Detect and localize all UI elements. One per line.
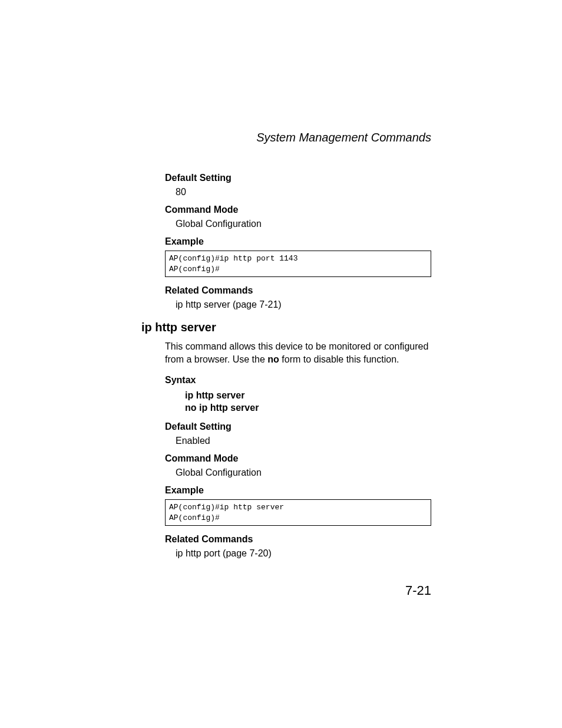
command-description: This command allows this device to be mo… (165, 340, 431, 367)
default-setting-value-2: Enabled (165, 436, 431, 446)
page-number: 7-21 (405, 583, 431, 598)
related-commands-label-1: Related Commands (165, 285, 431, 296)
desc-bold: no (267, 354, 279, 364)
default-setting-label-1: Default Setting (165, 173, 431, 183)
command-mode-label-1: Command Mode (165, 205, 431, 215)
running-header: System Management Commands (141, 131, 431, 144)
default-setting-value-1: 80 (165, 187, 431, 197)
command-mode-value-1: Global Configuration (165, 219, 431, 229)
command-mode-label-2: Command Mode (165, 453, 431, 464)
main-content: Default Setting 80 Command Mode Global C… (141, 173, 431, 559)
example-label-2: Example (165, 485, 431, 496)
section-heading-ip-http-server: ip http server (141, 321, 431, 334)
syntax-label: Syntax (165, 375, 431, 386)
default-setting-label-2: Default Setting (165, 421, 431, 432)
command-mode-value-2: Global Configuration (165, 467, 431, 478)
page-container: System Management Commands Default Setti… (0, 0, 562, 728)
syntax-line-2: no ip http server (165, 401, 431, 414)
syntax-block: ip http server no ip http server (165, 389, 431, 414)
syntax-line-1: ip http server (165, 389, 431, 402)
example-code-2: AP(config)#ip http server AP(config)# (165, 499, 431, 526)
desc-part2: form to disable this function. (279, 354, 399, 364)
example-label-1: Example (165, 236, 431, 247)
related-commands-value-2: ip http port (page 7-20) (165, 548, 431, 559)
example-code-1: AP(config)#ip http port 1143 AP(config)# (165, 251, 431, 277)
related-commands-value-1: ip http server (page 7-21) (165, 299, 431, 310)
related-commands-label-2: Related Commands (165, 534, 431, 545)
